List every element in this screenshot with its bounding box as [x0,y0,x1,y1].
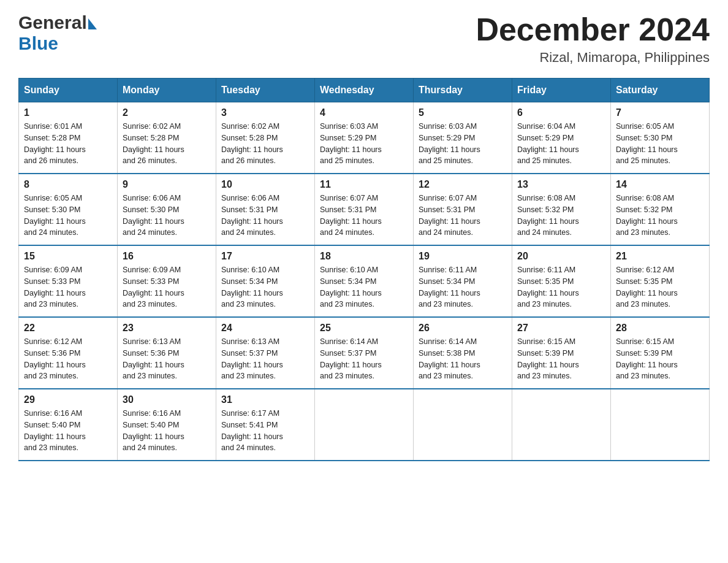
day-number: 31 [221,394,309,405]
calendar-cell: 26 Sunrise: 6:14 AM Sunset: 5:38 PM Dayl… [414,317,512,389]
day-info: Sunrise: 6:12 AM Sunset: 5:36 PM Dayligh… [24,337,86,380]
day-info: Sunrise: 6:13 AM Sunset: 5:37 PM Dayligh… [221,337,283,380]
calendar-cell: 4 Sunrise: 6:03 AM Sunset: 5:29 PM Dayli… [315,102,414,174]
day-info: Sunrise: 6:08 AM Sunset: 5:32 PM Dayligh… [616,194,678,237]
calendar-cell: 17 Sunrise: 6:10 AM Sunset: 5:34 PM Dayl… [216,245,315,317]
calendar-cell: 3 Sunrise: 6:02 AM Sunset: 5:28 PM Dayli… [216,102,315,174]
day-info: Sunrise: 6:10 AM Sunset: 5:34 PM Dayligh… [320,266,382,308]
day-info: Sunrise: 6:03 AM Sunset: 5:29 PM Dayligh… [320,122,382,165]
logo: General Blue [18,12,97,54]
calendar-cell: 25 Sunrise: 6:14 AM Sunset: 5:37 PM Dayl… [315,317,414,389]
calendar-cell: 19 Sunrise: 6:11 AM Sunset: 5:34 PM Dayl… [414,245,512,317]
calendar-cell [611,389,710,461]
day-number: 14 [616,179,704,190]
calendar-cell: 11 Sunrise: 6:07 AM Sunset: 5:31 PM Dayl… [315,174,414,245]
day-number: 23 [123,323,211,334]
calendar-cell: 2 Sunrise: 6:02 AM Sunset: 5:28 PM Dayli… [118,102,216,174]
calendar-cell: 12 Sunrise: 6:07 AM Sunset: 5:31 PM Dayl… [414,174,512,245]
day-number: 21 [616,251,704,262]
day-info: Sunrise: 6:15 AM Sunset: 5:39 PM Dayligh… [616,337,678,380]
calendar-cell [414,389,512,461]
day-info: Sunrise: 6:05 AM Sunset: 5:30 PM Dayligh… [616,122,678,165]
page-header: General Blue December 2024 Rizal, Mimaro… [18,12,710,66]
day-info: Sunrise: 6:05 AM Sunset: 5:30 PM Dayligh… [24,194,86,237]
day-header-monday: Monday [118,79,216,102]
calendar-cell: 23 Sunrise: 6:13 AM Sunset: 5:36 PM Dayl… [118,317,216,389]
day-info: Sunrise: 6:13 AM Sunset: 5:36 PM Dayligh… [123,337,184,380]
calendar-week-row: 22 Sunrise: 6:12 AM Sunset: 5:36 PM Dayl… [19,317,710,389]
day-info: Sunrise: 6:04 AM Sunset: 5:29 PM Dayligh… [517,122,579,165]
calendar-cell: 27 Sunrise: 6:15 AM Sunset: 5:39 PM Dayl… [512,317,611,389]
day-number: 30 [123,394,211,405]
day-info: Sunrise: 6:07 AM Sunset: 5:31 PM Dayligh… [419,194,480,237]
day-info: Sunrise: 6:17 AM Sunset: 5:41 PM Dayligh… [221,409,283,452]
calendar-week-row: 15 Sunrise: 6:09 AM Sunset: 5:33 PM Dayl… [19,245,710,317]
calendar-week-row: 29 Sunrise: 6:16 AM Sunset: 5:40 PM Dayl… [19,389,710,461]
day-number: 3 [221,107,309,118]
day-number: 29 [24,394,112,405]
day-number: 6 [517,107,605,118]
day-info: Sunrise: 6:09 AM Sunset: 5:33 PM Dayligh… [123,266,184,308]
day-number: 7 [616,107,704,118]
day-info: Sunrise: 6:02 AM Sunset: 5:28 PM Dayligh… [123,122,184,165]
location-title: Rizal, Mimaropa, Philippines [476,50,710,66]
logo-arrow-icon [88,18,97,29]
day-number: 24 [221,323,309,334]
calendar-week-row: 8 Sunrise: 6:05 AM Sunset: 5:30 PM Dayli… [19,174,710,245]
day-info: Sunrise: 6:14 AM Sunset: 5:38 PM Dayligh… [419,337,480,380]
day-info: Sunrise: 6:06 AM Sunset: 5:30 PM Dayligh… [123,194,184,237]
day-header-friday: Friday [512,79,611,102]
day-info: Sunrise: 6:03 AM Sunset: 5:29 PM Dayligh… [419,122,480,165]
day-number: 25 [320,323,408,334]
day-number: 5 [419,107,507,118]
day-info: Sunrise: 6:14 AM Sunset: 5:37 PM Dayligh… [320,337,382,380]
day-number: 18 [320,251,408,262]
day-info: Sunrise: 6:16 AM Sunset: 5:40 PM Dayligh… [123,409,184,452]
day-number: 26 [419,323,507,334]
day-header-wednesday: Wednesday [315,79,414,102]
month-title: December 2024 [476,12,710,47]
day-number: 12 [419,179,507,190]
calendar-cell: 7 Sunrise: 6:05 AM Sunset: 5:30 PM Dayli… [611,102,710,174]
day-number: 16 [123,251,211,262]
day-info: Sunrise: 6:01 AM Sunset: 5:28 PM Dayligh… [24,122,86,165]
day-number: 2 [123,107,211,118]
day-info: Sunrise: 6:06 AM Sunset: 5:31 PM Dayligh… [221,194,283,237]
day-info: Sunrise: 6:12 AM Sunset: 5:35 PM Dayligh… [616,266,678,308]
day-header-tuesday: Tuesday [216,79,315,102]
calendar-cell: 16 Sunrise: 6:09 AM Sunset: 5:33 PM Dayl… [118,245,216,317]
calendar-cell: 8 Sunrise: 6:05 AM Sunset: 5:30 PM Dayli… [19,174,118,245]
day-number: 8 [24,179,112,190]
day-number: 20 [517,251,605,262]
calendar-cell: 30 Sunrise: 6:16 AM Sunset: 5:40 PM Dayl… [118,389,216,461]
calendar-cell: 6 Sunrise: 6:04 AM Sunset: 5:29 PM Dayli… [512,102,611,174]
day-info: Sunrise: 6:11 AM Sunset: 5:34 PM Dayligh… [419,266,480,308]
calendar-cell: 15 Sunrise: 6:09 AM Sunset: 5:33 PM Dayl… [19,245,118,317]
logo-general-text: General [18,12,87,33]
calendar-cell: 9 Sunrise: 6:06 AM Sunset: 5:30 PM Dayli… [118,174,216,245]
calendar-cell: 18 Sunrise: 6:10 AM Sunset: 5:34 PM Dayl… [315,245,414,317]
day-info: Sunrise: 6:15 AM Sunset: 5:39 PM Dayligh… [517,337,579,380]
day-number: 9 [123,179,211,190]
calendar-week-row: 1 Sunrise: 6:01 AM Sunset: 5:28 PM Dayli… [19,102,710,174]
day-header-sunday: Sunday [19,79,118,102]
logo-blue-text: Blue [18,33,58,54]
day-header-thursday: Thursday [414,79,512,102]
day-info: Sunrise: 6:09 AM Sunset: 5:33 PM Dayligh… [24,266,86,308]
calendar-cell: 13 Sunrise: 6:08 AM Sunset: 5:32 PM Dayl… [512,174,611,245]
calendar-cell: 14 Sunrise: 6:08 AM Sunset: 5:32 PM Dayl… [611,174,710,245]
calendar-cell [512,389,611,461]
calendar-cell: 28 Sunrise: 6:15 AM Sunset: 5:39 PM Dayl… [611,317,710,389]
calendar-table: SundayMondayTuesdayWednesdayThursdayFrid… [18,78,710,461]
day-info: Sunrise: 6:07 AM Sunset: 5:31 PM Dayligh… [320,194,382,237]
day-number: 19 [419,251,507,262]
day-number: 10 [221,179,309,190]
day-number: 17 [221,251,309,262]
calendar-cell: 20 Sunrise: 6:11 AM Sunset: 5:35 PM Dayl… [512,245,611,317]
calendar-cell: 1 Sunrise: 6:01 AM Sunset: 5:28 PM Dayli… [19,102,118,174]
calendar-header-row: SundayMondayTuesdayWednesdayThursdayFrid… [19,79,710,102]
calendar-cell: 21 Sunrise: 6:12 AM Sunset: 5:35 PM Dayl… [611,245,710,317]
calendar-cell: 10 Sunrise: 6:06 AM Sunset: 5:31 PM Dayl… [216,174,315,245]
day-header-saturday: Saturday [611,79,710,102]
calendar-cell: 31 Sunrise: 6:17 AM Sunset: 5:41 PM Dayl… [216,389,315,461]
